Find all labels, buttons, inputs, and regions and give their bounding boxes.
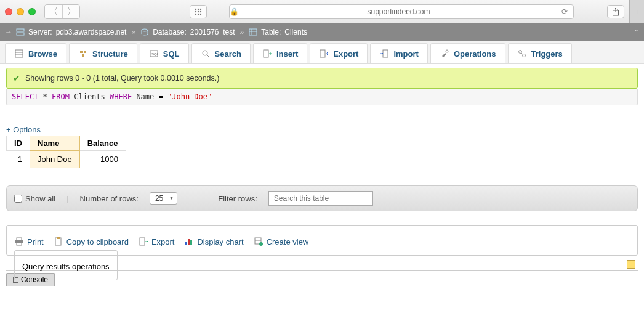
search-icon <box>201 49 211 59</box>
svg-rect-40 <box>140 238 145 245</box>
tab-triggers[interactable]: Triggers <box>508 43 572 63</box>
tab-export[interactable]: Export <box>310 43 368 63</box>
svg-rect-19 <box>80 51 83 53</box>
table-header-row: ID Name Balance <box>7 136 126 151</box>
svg-rect-21 <box>82 54 84 57</box>
check-icon: ✔ <box>13 73 20 83</box>
svg-point-7 <box>198 13 199 14</box>
show-all-input[interactable] <box>14 195 22 203</box>
export-op-icon <box>139 237 148 246</box>
url-host: supportindeed.com <box>241 7 556 16</box>
tab-insert[interactable]: Insert <box>253 43 307 63</box>
forward-button[interactable]: 〉 <box>62 5 79 18</box>
svg-point-6 <box>195 13 196 14</box>
tab-menu: Browse Structure SQLSQL Search Insert Ex… <box>0 41 644 64</box>
view-link[interactable]: Create view <box>254 237 309 246</box>
database-icon <box>140 28 149 36</box>
print-link[interactable]: Print <box>14 237 44 246</box>
svg-point-46 <box>259 242 263 246</box>
insert-icon <box>262 49 272 59</box>
rows-label: Number of rows: <box>80 194 139 203</box>
tab-structure[interactable]: Structure <box>69 43 137 63</box>
new-tab-button[interactable]: + <box>629 0 644 23</box>
svg-rect-37 <box>17 243 22 245</box>
cell-id: 1 <box>7 151 30 168</box>
svg-rect-30 <box>383 50 388 57</box>
url-bar[interactable]: 🔒 supportindeed.com ⟳ <box>229 4 574 19</box>
print-icon <box>14 237 24 246</box>
server-label: Server: <box>28 28 52 36</box>
svg-line-25 <box>207 55 209 57</box>
svg-rect-26 <box>264 50 268 57</box>
results-table: ID Name Balance 1 John Doe 1000 <box>6 136 126 168</box>
database-name[interactable]: 2001576_test <box>190 28 235 36</box>
structure-icon <box>78 49 88 59</box>
cell-balance: 1000 <box>79 151 126 168</box>
collapse-icon[interactable]: ⌃ <box>634 28 639 36</box>
svg-rect-20 <box>84 51 86 53</box>
reload-icon[interactable]: ⟳ <box>558 7 571 16</box>
svg-rect-11 <box>17 33 24 35</box>
svg-point-8 <box>200 13 201 14</box>
tab-sql[interactable]: SQLSQL <box>140 43 189 63</box>
svg-rect-36 <box>17 238 22 240</box>
svg-point-32 <box>518 51 521 54</box>
pagination-controls: Show all | Number of rows: 25 Filter row… <box>6 185 638 211</box>
tab-search[interactable]: Search <box>191 43 251 63</box>
share-button[interactable] <box>607 5 624 18</box>
svg-point-2 <box>200 8 201 9</box>
message-text: Showing rows 0 - 0 (1 total, Query took … <box>25 74 219 83</box>
chart-icon <box>184 237 194 246</box>
table-row: 1 John Doe 1000 <box>7 151 126 168</box>
svg-point-12 <box>142 29 148 31</box>
export-link[interactable]: Export <box>139 237 175 246</box>
table-name[interactable]: Clients <box>284 28 307 36</box>
svg-text:SQL: SQL <box>151 52 158 56</box>
table-label: Table: <box>261 28 281 36</box>
col-balance[interactable]: Balance <box>79 136 126 151</box>
export-icon <box>319 49 329 59</box>
svg-point-24 <box>203 51 207 55</box>
server-name[interactable]: pdb3.awardspace.net <box>56 28 127 36</box>
lock-icon: 🔒 <box>230 7 239 16</box>
cell-name: John Doe <box>30 151 80 168</box>
col-id[interactable]: ID <box>7 136 30 151</box>
tab-import[interactable]: Import <box>370 43 427 63</box>
view-icon <box>254 237 264 246</box>
options-link[interactable]: + Options <box>6 125 41 134</box>
svg-rect-29 <box>320 50 325 57</box>
operations-icon <box>440 49 449 59</box>
copy-link[interactable]: Copy to clipboard <box>54 237 129 246</box>
tab-operations[interactable]: Operations <box>430 43 505 63</box>
clipboard-icon <box>54 237 63 246</box>
bookmark-icon[interactable] <box>627 260 635 269</box>
rows-select[interactable]: 25 <box>150 192 177 205</box>
svg-rect-39 <box>57 237 60 239</box>
filter-input[interactable] <box>268 191 373 206</box>
chart-link[interactable]: Display chart <box>184 237 243 246</box>
sql-query: SELECT * FROM Clients WHERE Name = "John… <box>6 89 638 105</box>
svg-point-0 <box>195 8 196 9</box>
breadcrumb: → Server: pdb3.awardspace.net » Database… <box>0 23 644 41</box>
back-button[interactable]: 〈 <box>45 5 62 18</box>
window-close-icon[interactable] <box>5 8 12 15</box>
tab-browse[interactable]: Browse <box>5 43 66 63</box>
window-maximize-icon[interactable] <box>28 8 36 15</box>
svg-rect-42 <box>188 239 190 245</box>
database-label: Database: <box>153 28 187 36</box>
svg-point-5 <box>200 10 201 12</box>
svg-rect-13 <box>249 29 257 35</box>
svg-point-3 <box>195 10 196 12</box>
show-all-checkbox[interactable]: Show all <box>14 194 55 203</box>
apps-button[interactable] <box>190 5 207 18</box>
triggers-icon <box>517 49 527 59</box>
col-name[interactable]: Name <box>30 136 80 151</box>
svg-point-1 <box>198 8 199 9</box>
query-results-operations: Query results operations Print Copy to c… <box>6 225 638 256</box>
svg-rect-10 <box>17 29 24 31</box>
browse-icon <box>14 49 24 59</box>
window-minimize-icon[interactable] <box>17 8 24 15</box>
server-icon <box>16 28 25 36</box>
svg-rect-16 <box>15 50 23 57</box>
nav-toggle-icon[interactable]: → <box>5 28 12 36</box>
